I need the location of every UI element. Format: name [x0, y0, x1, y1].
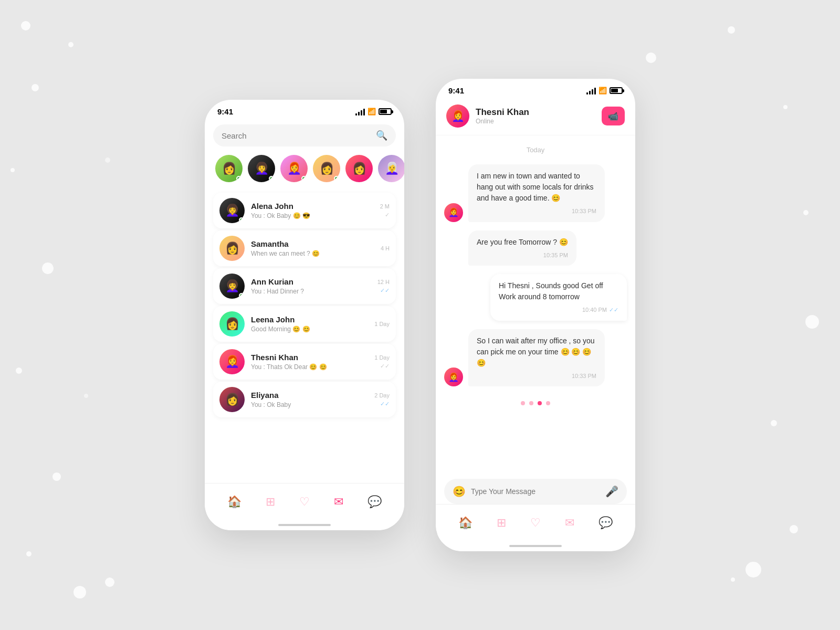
bubble-time-1: 10:33 PM: [477, 207, 596, 216]
chat-item-alena[interactable]: 👩‍🦱 Alena John You : Ok Baby 😊 😎 2 M ✓: [213, 193, 396, 228]
status-bar-right: 9:41 📶: [436, 79, 635, 99]
search-input[interactable]: [222, 131, 376, 140]
nav-heart-right[interactable]: ♡: [530, 516, 541, 530]
search-bar[interactable]: 🔍: [213, 124, 396, 146]
message-input-field[interactable]: [471, 487, 600, 496]
page-dots: [444, 395, 627, 412]
nav-chat-right[interactable]: 💬: [598, 516, 613, 530]
time-right: 9:41: [448, 86, 464, 95]
message-row-2: Are you free Tomorrow ? 😊 10:35 PM: [444, 230, 627, 266]
nav-grid-right[interactable]: ⊞: [497, 516, 506, 530]
chat-header-avatar: 👩‍🦰: [446, 104, 469, 128]
wifi-icon: 📶: [368, 108, 376, 116]
chat-name-thesni: Thesni Khan: [251, 353, 374, 362]
chat-item-ann[interactable]: 👩‍🦱 Ann Kurian You : Had Dinner ? 12 H ✓…: [213, 268, 396, 304]
nav-grid-left[interactable]: ⊞: [266, 495, 275, 509]
check-thesni: ✓✓: [380, 363, 390, 370]
story-5[interactable]: 👩: [345, 155, 373, 182]
chat-meta-alena: 2 M ✓: [380, 203, 390, 218]
message-input-area: 😊 🎤: [444, 479, 627, 504]
avatar-samantha: 👩: [219, 236, 245, 261]
read-check-3: ✓✓: [609, 306, 618, 314]
check-ann: ✓✓: [380, 287, 390, 294]
story-3[interactable]: 👩‍🦰: [280, 155, 308, 182]
msg-avatar-1: 👩‍🦰: [444, 203, 463, 222]
chat-meta-thesni: 1 Day ✓✓: [374, 354, 390, 370]
home-indicator-left: [278, 524, 331, 526]
chat-item-eliyana[interactable]: 👩 Eliyana You : Ok Baby 2 Day ✓✓: [213, 382, 396, 417]
bubble-4: So I can wait after my office , so you c…: [468, 329, 605, 387]
chat-preview-eliyana: You : Ok Baby: [251, 401, 374, 408]
message-row-3: Hi Thesni , Sounds good Get off Work aro…: [444, 274, 627, 321]
story-1[interactable]: 👩: [215, 155, 243, 182]
nav-message-left[interactable]: ✉: [334, 495, 343, 509]
chat-item-leena[interactable]: 👩 Leena John Good Morning 😊 😊 1 Day: [213, 306, 396, 342]
chat-time-ann: 12 H: [377, 279, 390, 285]
chat-preview-samantha: When we can meet ? 😊: [251, 250, 381, 257]
bottom-nav-right: 🏠 ⊞ ♡ ✉ 💬: [436, 504, 635, 551]
avatar-alena: 👩‍🦱: [219, 198, 245, 223]
messages-area: Today 👩‍🦰 I am new in town and wanted to…: [436, 135, 635, 492]
bubble-text-1: I am new in town and wanted to hang out …: [477, 172, 594, 202]
bubble-text-2: Are you free Tomorrow ? 😊: [477, 238, 568, 246]
chat-header: 👩‍🦰 Thesni Khan Online 📹: [436, 99, 635, 135]
chat-info-eliyana: Eliyana You : Ok Baby: [251, 391, 374, 408]
chat-item-samantha[interactable]: 👩 Samantha When we can meet ? 😊 4 H: [213, 230, 396, 266]
right-phone: 9:41 📶 👩‍🦰 Thesni Khan Online 📹 Today: [436, 79, 635, 551]
battery-icon-right: [610, 87, 623, 94]
story-2[interactable]: 👩‍🦱: [248, 155, 275, 182]
story-4[interactable]: 👩: [313, 155, 340, 182]
bubble-time-3: 10:40 PM ✓✓: [499, 306, 618, 314]
chat-meta-eliyana: 2 Day ✓✓: [374, 392, 390, 407]
chat-name-eliyana: Eliyana: [251, 391, 374, 400]
chat-info-alena: Alena John You : Ok Baby 😊 😎: [251, 202, 380, 219]
chat-preview-alena: You : Ok Baby 😊 😎: [251, 212, 380, 219]
chat-info-thesni: Thesni Khan You : Thats Ok Dear 😊 😊: [251, 353, 374, 371]
bottom-nav-left: 🏠 ⊞ ♡ ✉ 💬: [205, 483, 404, 530]
signal-icon-right: [586, 87, 596, 94]
status-bar-left: 9:41 📶: [205, 100, 404, 120]
video-call-button[interactable]: 📹: [602, 107, 625, 125]
search-icon[interactable]: 🔍: [376, 130, 387, 141]
home-indicator-right: [509, 545, 562, 547]
wifi-icon-right: 📶: [598, 87, 607, 94]
chat-time-leena: 1 Day: [374, 321, 390, 327]
nav-chat-left[interactable]: 💬: [368, 495, 382, 509]
chat-header-info: Thesni Khan Online: [476, 107, 602, 125]
chat-preview-leena: Good Morning 😊 😊: [251, 326, 374, 333]
check-alena: ✓: [385, 212, 390, 218]
bubble-3: Hi Thesni , Sounds good Get off Work aro…: [490, 274, 627, 321]
check-eliyana: ✓✓: [380, 401, 390, 407]
nav-home-right[interactable]: 🏠: [458, 516, 472, 530]
avatar-ann: 👩‍🦱: [219, 274, 245, 299]
battery-icon: [379, 108, 392, 115]
chat-meta-ann: 12 H ✓✓: [377, 279, 390, 294]
bubble-1: I am new in town and wanted to hang out …: [468, 164, 605, 222]
contact-status: Online: [476, 118, 602, 125]
message-row-4: 👩‍🦰 So I can wait after my office , so y…: [444, 329, 627, 387]
nav-mail-right[interactable]: ✉: [565, 516, 574, 530]
nav-heart-left[interactable]: ♡: [299, 495, 310, 509]
chat-info-leena: Leena John Good Morning 😊 😊: [251, 315, 374, 333]
chat-info-ann: Ann Kurian You : Had Dinner ?: [251, 277, 377, 295]
chat-item-thesni[interactable]: 👩‍🦰 Thesni Khan You : Thats Ok Dear 😊 😊 …: [213, 344, 396, 380]
message-input-container: 😊 🎤: [444, 479, 627, 504]
message-row-1: 👩‍🦰 I am new in town and wanted to hang …: [444, 164, 627, 222]
emoji-icon[interactable]: 😊: [453, 485, 466, 498]
mic-icon[interactable]: 🎤: [605, 485, 618, 498]
chat-time-eliyana: 2 Day: [374, 392, 390, 398]
nav-home-left[interactable]: 🏠: [227, 495, 242, 509]
left-phone: 9:41 📶 🔍 👩 👩‍🦱: [205, 100, 404, 530]
chat-name-samantha: Samantha: [251, 239, 381, 248]
chat-preview-ann: You : Had Dinner ?: [251, 288, 377, 295]
contact-name: Thesni Khan: [476, 107, 602, 118]
story-6[interactable]: 👩‍🦳: [378, 155, 404, 182]
avatar-eliyana: 👩: [219, 387, 245, 412]
avatar-leena: 👩: [219, 311, 245, 337]
chat-meta-samantha: 4 H: [381, 245, 390, 251]
time-left: 9:41: [217, 107, 233, 116]
signal-icon: [355, 108, 365, 116]
chat-info-samantha: Samantha When we can meet ? 😊: [251, 239, 381, 257]
msg-avatar-4: 👩‍🦰: [444, 368, 463, 386]
date-label: Today: [444, 146, 627, 154]
